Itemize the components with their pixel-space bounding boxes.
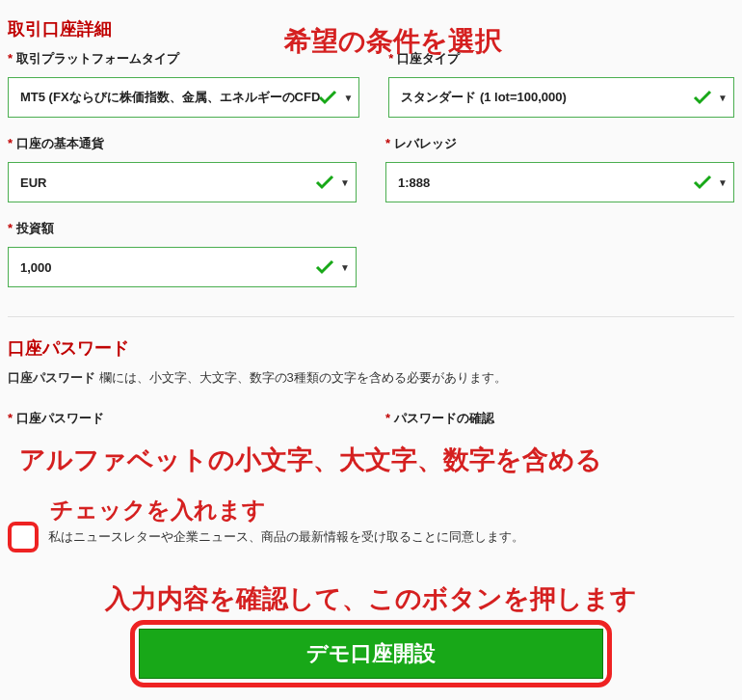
required-mark: * [8,221,13,235]
required-mark: * [8,136,13,150]
annotation-confirm-submit: 入力内容を確認して、このボタンを押します [8,581,734,616]
annotation-select-conditions: 希望の条件を選択 [200,23,586,60]
check-icon [693,175,712,190]
divider [8,316,734,317]
select-account-type[interactable]: スタンダード (1 lot=100,000) ▼ [388,77,734,118]
select-account-type-value: スタンダード (1 lot=100,000) [401,89,695,106]
select-investment[interactable]: 1,000 ▼ [8,247,357,287]
check-icon [315,259,334,275]
required-mark: * [385,411,390,425]
select-leverage-value: 1:888 [398,175,695,190]
annotation-password-rule: アルファベットの小文字、大文字、数字を含める [8,443,734,477]
required-mark: * [385,136,390,150]
chevron-down-icon: ▼ [340,177,350,188]
submit-button[interactable]: デモ口座開設 [139,629,603,679]
check-icon [315,175,334,190]
label-base-currency: *口座の基本通貨 [8,135,357,152]
chevron-down-icon: ▼ [718,177,728,188]
required-mark: * [8,411,13,425]
label-password: *口座パスワード [8,410,357,427]
chevron-down-icon: ▼ [343,93,353,103]
consent-text: 私はニュースレターや企業ニュース、商品の最新情報を受け取ることに同意します。 [48,528,524,546]
label-investment: *投資額 [8,220,357,237]
select-investment-value: 1,000 [20,260,317,275]
select-platform-value: MT5 (FXならびに株価指数、金属、エネルギーのCFD [20,89,320,106]
check-icon [318,90,337,105]
label-leverage: *レバレッジ [385,135,734,152]
submit-highlight-frame: デモ口座開設 [130,620,612,687]
select-base-currency[interactable]: EUR ▼ [8,162,357,202]
check-icon [693,90,712,105]
consent-checkbox[interactable] [8,522,39,552]
password-description: 口座パスワード 欄には、小文字、大文字、数字の3種類の文字を含める必要があります… [8,369,734,387]
section-title-password: 口座パスワード [8,337,734,360]
label-password-confirm: *パスワードの確認 [385,410,734,427]
select-leverage[interactable]: 1:888 ▼ [385,162,734,202]
chevron-down-icon: ▼ [718,93,728,103]
select-platform[interactable]: MT5 (FXならびに株価指数、金属、エネルギーのCFD ▼ [8,77,359,118]
chevron-down-icon: ▼ [340,262,350,273]
select-base-currency-value: EUR [20,175,317,190]
required-mark: * [8,51,13,66]
